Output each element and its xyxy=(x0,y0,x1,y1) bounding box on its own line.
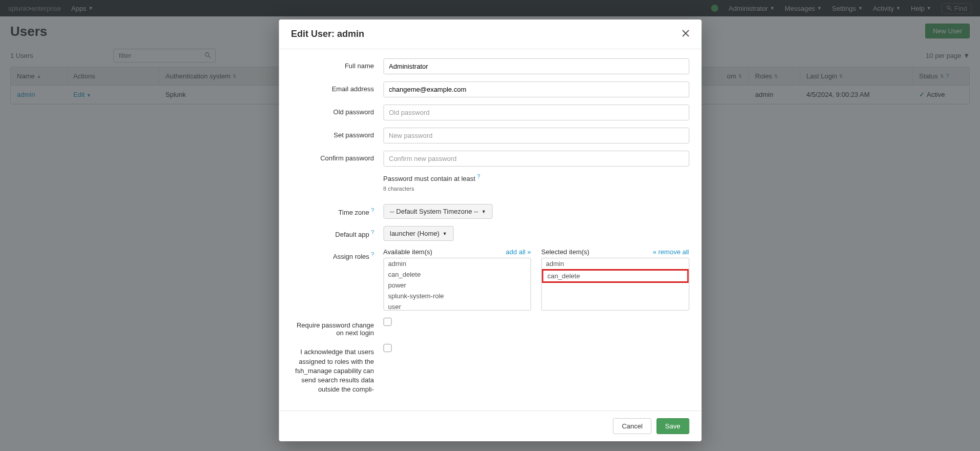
help-icon[interactable]: ? xyxy=(477,174,481,179)
label-require-change: Require password change on next login xyxy=(291,318,383,337)
label-acknowledge: I acknowledge that users assigned to rol… xyxy=(291,344,383,394)
label-timezone: Time zone ? xyxy=(291,204,383,219)
close-button[interactable] xyxy=(682,29,689,39)
password-chars-hint: 8 characters xyxy=(383,186,689,192)
role-item[interactable]: admin xyxy=(542,258,689,269)
help-icon[interactable]: ? xyxy=(371,252,374,257)
role-item[interactable]: splunk-system-role xyxy=(384,291,531,301)
label-fullname: Full name xyxy=(291,58,383,74)
fullname-input[interactable] xyxy=(383,58,689,74)
cancel-button[interactable]: Cancel xyxy=(613,418,651,434)
help-icon[interactable]: ? xyxy=(371,208,374,213)
require-change-checkbox[interactable] xyxy=(383,318,391,326)
remove-all-link[interactable]: « remove all xyxy=(653,248,689,256)
acknowledge-checkbox[interactable] xyxy=(383,344,391,352)
confirm-password-input[interactable] xyxy=(383,151,689,167)
password-rule-hint: Password must contain at least ? xyxy=(383,174,689,182)
help-icon[interactable]: ? xyxy=(371,230,374,235)
available-roles-list[interactable]: admin can_delete power splunk-system-rol… xyxy=(383,258,531,311)
caret-down-icon: ▼ xyxy=(482,209,486,214)
timezone-dropdown[interactable]: -- Default System Timezone --▼ xyxy=(383,204,493,219)
caret-down-icon: ▼ xyxy=(443,231,447,236)
role-item[interactable]: admin xyxy=(384,258,531,269)
role-item[interactable]: can_delete xyxy=(384,269,531,280)
label-email: Email address xyxy=(291,81,383,97)
old-password-input[interactable] xyxy=(383,105,689,120)
selected-items-label: Selected item(s) xyxy=(541,248,590,256)
close-icon xyxy=(682,30,689,37)
label-defaultapp: Default app ? xyxy=(291,226,383,241)
email-input[interactable] xyxy=(383,81,689,97)
role-item[interactable]: power xyxy=(384,280,531,291)
modal-title: Edit User: admin xyxy=(291,29,682,39)
save-button[interactable]: Save xyxy=(656,418,689,434)
add-all-link[interactable]: add all » xyxy=(506,248,531,256)
label-oldpass: Old password xyxy=(291,105,383,120)
label-assignroles: Assign roles ? xyxy=(291,248,383,311)
role-item[interactable]: user xyxy=(384,301,531,311)
available-items-label: Available item(s) xyxy=(383,248,432,256)
defaultapp-dropdown[interactable]: launcher (Home)▼ xyxy=(383,226,454,241)
label-confirmpass: Confirm password xyxy=(291,151,383,167)
label-setpass: Set password xyxy=(291,128,383,144)
selected-roles-list[interactable]: admin can_delete xyxy=(541,258,690,311)
role-item-highlighted[interactable]: can_delete xyxy=(542,269,689,283)
edit-user-modal: Edit User: admin Full name Email address… xyxy=(279,19,701,441)
set-password-input[interactable] xyxy=(383,128,689,144)
